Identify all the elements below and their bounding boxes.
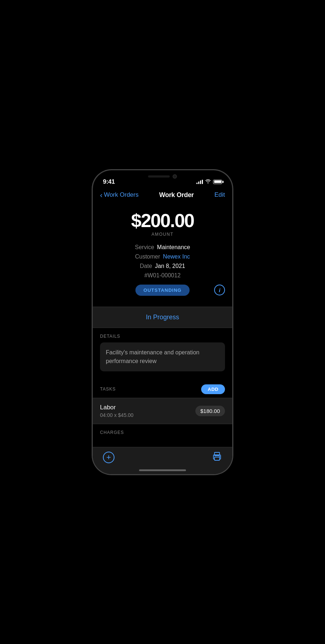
plus-circle-icon: +: [103, 452, 114, 463]
service-value: Maintenance: [157, 244, 190, 251]
details-section: DETAILS Facility's maintenance and opera…: [93, 328, 232, 371]
edit-button[interactable]: Edit: [214, 191, 225, 199]
work-order-number: #W01-000012: [100, 272, 225, 279]
back-label: Work Orders: [104, 191, 139, 199]
notch: [139, 170, 186, 183]
battery-icon: [213, 180, 222, 184]
info-icon: i: [219, 287, 220, 293]
chevron-left-icon: ‹: [100, 191, 103, 199]
task-name: Labor: [100, 404, 134, 411]
task-detail: 04:00 x $45.00: [100, 412, 134, 418]
date-row: Date Jan 8, 2021: [100, 263, 225, 269]
info-circle-button[interactable]: i: [214, 285, 225, 295]
date-label: Date: [140, 263, 152, 269]
task-amount: $180.00: [195, 406, 225, 416]
amount-value: $200.00: [100, 210, 225, 231]
amount-label: AMOUNT: [100, 232, 225, 237]
back-button[interactable]: ‹ Work Orders: [100, 191, 139, 199]
home-indicator: [139, 469, 186, 471]
wifi-icon: [205, 179, 211, 184]
svg-point-3: [219, 456, 220, 457]
details-section-label: DETAILS: [100, 334, 225, 339]
print-button[interactable]: [212, 452, 222, 462]
status-icons: [196, 179, 222, 184]
date-value: Jan 8, 2021: [155, 263, 185, 269]
status-time: 9:41: [103, 178, 115, 185]
print-icon: [212, 452, 222, 462]
add-charge-button[interactable]: +: [103, 452, 114, 463]
header-section: $200.00 AMOUNT Service Maintenance Custo…: [93, 203, 232, 307]
status-bar: 9:41: [93, 170, 232, 188]
charges-section-label: CHARGES: [100, 430, 225, 435]
status-row: OUTSTANDING i: [100, 285, 225, 296]
signal-bars-icon: [196, 180, 203, 184]
tasks-header: TASKS ADD: [93, 379, 232, 398]
nav-title: Work Order: [159, 191, 194, 199]
charges-section: CHARGES: [93, 424, 232, 435]
service-row: Service Maintenance: [100, 244, 225, 251]
camera: [173, 174, 177, 179]
details-text: Facility's maintenance and operation per…: [106, 349, 199, 364]
svg-rect-2: [214, 457, 220, 460]
in-progress-button[interactable]: In Progress: [93, 307, 232, 328]
add-task-button[interactable]: ADD: [201, 384, 225, 394]
details-box: Facility's maintenance and operation per…: [100, 342, 225, 371]
speaker: [148, 175, 170, 178]
in-progress-section: In Progress: [93, 307, 232, 328]
customer-row: Customer Newex Inc: [100, 253, 225, 260]
service-label: Service: [135, 244, 154, 251]
customer-value[interactable]: Newex Inc: [163, 253, 190, 260]
tasks-section-label: TASKS: [100, 387, 116, 392]
scroll-content: $200.00 AMOUNT Service Maintenance Custo…: [93, 203, 232, 447]
task-row[interactable]: Labor 04:00 x $45.00 $180.00: [93, 398, 232, 424]
nav-bar: ‹ Work Orders Work Order Edit: [93, 188, 232, 203]
outstanding-badge: OUTSTANDING: [135, 285, 189, 296]
task-info: Labor 04:00 x $45.00: [100, 404, 134, 418]
customer-label: Customer: [135, 253, 160, 260]
